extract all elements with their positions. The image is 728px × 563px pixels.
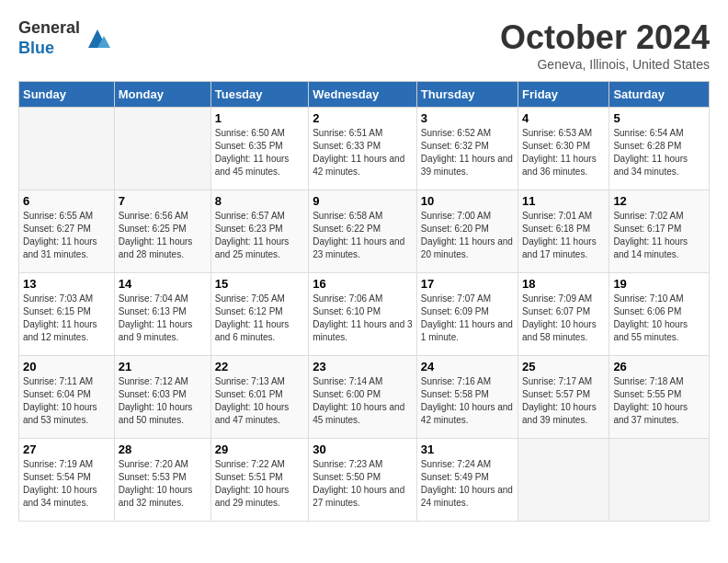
day-cell: 16Sunrise: 7:06 AM Sunset: 6:10 PM Dayli… [309,273,417,356]
title-area: October 2024 Geneva, Illinois, United St… [500,18,710,72]
day-number: 26 [613,360,705,373]
subtitle: Geneva, Illinois, United States [500,57,710,72]
day-cell [518,439,609,522]
col-saturday: Saturday [609,82,710,108]
week-row-4: 27Sunrise: 7:19 AM Sunset: 5:54 PM Dayli… [19,439,710,522]
day-info: Sunrise: 7:13 AM Sunset: 6:01 PM Dayligh… [215,375,304,427]
day-number: 15 [215,277,304,291]
day-cell: 24Sunrise: 7:16 AM Sunset: 5:58 PM Dayli… [416,356,518,439]
day-number: 24 [421,360,514,373]
day-number: 20 [23,360,110,373]
day-info: Sunrise: 6:58 AM Sunset: 6:22 PM Dayligh… [313,210,413,261]
day-info: Sunrise: 7:09 AM Sunset: 6:07 PM Dayligh… [522,293,605,344]
day-cell: 12Sunrise: 7:02 AM Sunset: 6:17 PM Dayli… [609,190,710,273]
day-number: 5 [613,111,705,125]
day-number: 27 [23,442,110,456]
day-cell: 4Sunrise: 6:53 AM Sunset: 6:30 PM Daylig… [518,108,609,190]
day-info: Sunrise: 6:50 AM Sunset: 6:35 PM Dayligh… [215,127,304,178]
day-info: Sunrise: 6:57 AM Sunset: 6:23 PM Dayligh… [215,210,304,261]
day-cell: 14Sunrise: 7:04 AM Sunset: 6:13 PM Dayli… [114,273,210,356]
day-info: Sunrise: 7:18 AM Sunset: 5:55 PM Dayligh… [613,375,705,427]
day-cell: 5Sunrise: 6:54 AM Sunset: 6:28 PM Daylig… [609,108,710,190]
header-row: Sunday Monday Tuesday Wednesday Thursday… [19,82,710,108]
day-info: Sunrise: 7:12 AM Sunset: 6:03 PM Dayligh… [119,375,207,427]
day-cell: 31Sunrise: 7:24 AM Sunset: 5:49 PM Dayli… [416,439,518,522]
day-info: Sunrise: 7:01 AM Sunset: 6:18 PM Dayligh… [522,210,605,261]
day-info: Sunrise: 6:56 AM Sunset: 6:25 PM Dayligh… [119,210,207,261]
day-info: Sunrise: 6:51 AM Sunset: 6:33 PM Dayligh… [313,127,413,178]
logo-icon [84,25,111,52]
day-number: 7 [119,194,207,208]
day-cell: 7Sunrise: 6:56 AM Sunset: 6:25 PM Daylig… [114,190,210,273]
day-info: Sunrise: 6:54 AM Sunset: 6:28 PM Dayligh… [613,127,705,178]
day-cell: 19Sunrise: 7:10 AM Sunset: 6:06 PM Dayli… [609,273,710,356]
day-info: Sunrise: 7:07 AM Sunset: 6:09 PM Dayligh… [421,293,514,344]
day-number: 21 [119,360,207,373]
day-cell: 27Sunrise: 7:19 AM Sunset: 5:54 PM Dayli… [19,439,115,522]
day-number: 31 [421,442,514,456]
day-cell: 28Sunrise: 7:20 AM Sunset: 5:53 PM Dayli… [114,439,210,522]
col-monday: Monday [114,82,210,108]
logo-blue-text: Blue [18,39,80,59]
month-title: October 2024 [500,18,710,57]
day-number: 14 [119,277,207,291]
day-info: Sunrise: 7:06 AM Sunset: 6:10 PM Dayligh… [313,293,413,344]
col-wednesday: Wednesday [309,82,417,108]
day-number: 1 [215,111,304,125]
day-cell: 17Sunrise: 7:07 AM Sunset: 6:09 PM Dayli… [416,273,518,356]
day-info: Sunrise: 6:53 AM Sunset: 6:30 PM Dayligh… [522,127,605,178]
logo: General Blue [18,18,111,58]
day-cell: 30Sunrise: 7:23 AM Sunset: 5:50 PM Dayli… [309,439,417,522]
day-info: Sunrise: 7:05 AM Sunset: 6:12 PM Dayligh… [215,293,304,344]
day-number: 22 [215,360,304,373]
day-info: Sunrise: 7:03 AM Sunset: 6:15 PM Dayligh… [23,293,110,344]
page-header: General Blue October 2024 Geneva, Illino… [18,18,710,72]
day-cell: 22Sunrise: 7:13 AM Sunset: 6:01 PM Dayli… [210,356,308,439]
day-number: 8 [215,194,304,208]
day-number: 11 [522,194,605,208]
day-cell: 13Sunrise: 7:03 AM Sunset: 6:15 PM Dayli… [19,273,115,356]
day-info: Sunrise: 6:52 AM Sunset: 6:32 PM Dayligh… [421,127,514,178]
calendar-body: 1Sunrise: 6:50 AM Sunset: 6:35 PM Daylig… [19,108,710,522]
day-info: Sunrise: 7:24 AM Sunset: 5:49 PM Dayligh… [421,458,514,510]
col-friday: Friday [518,82,609,108]
day-number: 28 [119,442,207,456]
day-cell: 9Sunrise: 6:58 AM Sunset: 6:22 PM Daylig… [309,190,417,273]
day-info: Sunrise: 7:20 AM Sunset: 5:53 PM Dayligh… [119,458,207,510]
day-cell: 3Sunrise: 6:52 AM Sunset: 6:32 PM Daylig… [416,108,518,190]
day-cell: 21Sunrise: 7:12 AM Sunset: 6:03 PM Dayli… [114,356,210,439]
day-info: Sunrise: 7:14 AM Sunset: 6:00 PM Dayligh… [313,375,413,427]
day-number: 12 [613,194,705,208]
day-info: Sunrise: 7:23 AM Sunset: 5:50 PM Dayligh… [313,458,413,510]
col-thursday: Thursday [416,82,518,108]
col-tuesday: Tuesday [210,82,308,108]
day-cell: 2Sunrise: 6:51 AM Sunset: 6:33 PM Daylig… [309,108,417,190]
day-number: 29 [215,442,304,456]
col-sunday: Sunday [19,82,115,108]
day-cell: 8Sunrise: 6:57 AM Sunset: 6:23 PM Daylig… [210,190,308,273]
day-info: Sunrise: 7:00 AM Sunset: 6:20 PM Dayligh… [421,210,514,261]
day-info: Sunrise: 7:17 AM Sunset: 5:57 PM Dayligh… [522,375,605,427]
calendar-header: Sunday Monday Tuesday Wednesday Thursday… [19,82,710,108]
day-cell: 10Sunrise: 7:00 AM Sunset: 6:20 PM Dayli… [416,190,518,273]
day-info: Sunrise: 7:16 AM Sunset: 5:58 PM Dayligh… [421,375,514,427]
day-cell: 11Sunrise: 7:01 AM Sunset: 6:18 PM Dayli… [518,190,609,273]
day-cell: 26Sunrise: 7:18 AM Sunset: 5:55 PM Dayli… [609,356,710,439]
day-info: Sunrise: 7:04 AM Sunset: 6:13 PM Dayligh… [119,293,207,344]
day-number: 2 [313,111,413,125]
day-number: 10 [421,194,514,208]
day-cell [19,108,115,190]
day-info: Sunrise: 7:10 AM Sunset: 6:06 PM Dayligh… [613,293,705,344]
day-info: Sunrise: 7:02 AM Sunset: 6:17 PM Dayligh… [613,210,705,261]
day-number: 18 [522,277,605,291]
calendar-table: Sunday Monday Tuesday Wednesday Thursday… [18,81,710,522]
day-info: Sunrise: 6:55 AM Sunset: 6:27 PM Dayligh… [23,210,110,261]
day-number: 4 [522,111,605,125]
day-number: 17 [421,277,514,291]
logo-general-text: General [18,18,80,39]
day-number: 6 [23,194,110,208]
day-info: Sunrise: 7:22 AM Sunset: 5:51 PM Dayligh… [215,458,304,510]
week-row-2: 13Sunrise: 7:03 AM Sunset: 6:15 PM Dayli… [19,273,710,356]
day-info: Sunrise: 7:11 AM Sunset: 6:04 PM Dayligh… [23,375,110,427]
day-cell: 1Sunrise: 6:50 AM Sunset: 6:35 PM Daylig… [210,108,308,190]
